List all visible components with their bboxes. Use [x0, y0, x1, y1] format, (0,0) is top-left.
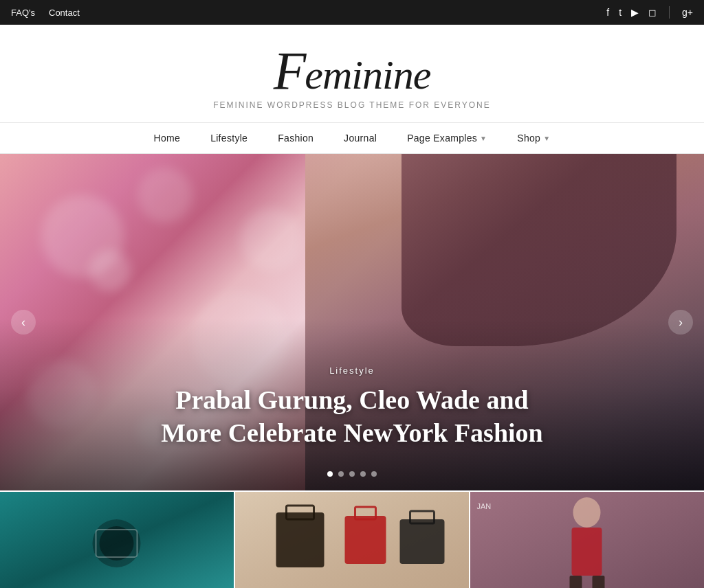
- faqs-link[interactable]: FAQ's: [11, 8, 35, 18]
- google-plus-icon[interactable]: g+: [682, 7, 693, 18]
- youtube-icon[interactable]: ▶: [631, 7, 639, 18]
- main-nav: Home Lifestyle Fashion Journal Page Exam…: [139, 123, 566, 153]
- twitter-icon[interactable]: t: [619, 7, 622, 18]
- site-tagline: Feminine WordPress Blog Theme For Everyo…: [213, 100, 491, 110]
- svg-text:JAN: JAN: [477, 502, 492, 510]
- cards-row: JAN: [0, 492, 704, 588]
- shop-dropdown-icon: ▼: [543, 135, 550, 142]
- hero-prev-button[interactable]: ‹: [11, 310, 36, 335]
- page-examples-dropdown-icon: ▼: [480, 135, 487, 142]
- svg-rect-18: [593, 576, 605, 588]
- bokeh-7: [241, 209, 302, 271]
- svg-rect-11: [400, 519, 445, 564]
- svg-rect-16: [572, 528, 602, 576]
- facebook-icon[interactable]: f: [606, 7, 609, 18]
- hero-dots: [327, 471, 377, 477]
- hero-content: Lifestyle Prabal Gurung, Cleo Wade andMo…: [146, 365, 558, 449]
- contact-link[interactable]: Contact: [49, 8, 80, 18]
- svg-point-3: [100, 526, 134, 561]
- hero-dot-4[interactable]: [360, 471, 366, 477]
- svg-point-15: [573, 497, 601, 528]
- nav-page-examples[interactable]: Page Examples ▼: [392, 123, 502, 153]
- nav-fashion[interactable]: Fashion: [263, 123, 329, 153]
- card-teal[interactable]: [0, 492, 234, 588]
- hero-dot-2[interactable]: [338, 471, 344, 477]
- svg-rect-17: [570, 576, 582, 588]
- hero-category: Lifestyle: [146, 365, 558, 376]
- bokeh-3: [89, 250, 131, 291]
- hero-dot-5[interactable]: [371, 471, 377, 477]
- card-bags[interactable]: [234, 492, 469, 588]
- hero-next-button[interactable]: ›: [668, 310, 693, 335]
- hero-title: Prabal Gurung, Cleo Wade andMore Celebra…: [146, 384, 558, 449]
- top-bar: FAQ's Contact f t ▶ ◻ g+: [0, 0, 704, 25]
- top-bar-links: FAQ's Contact: [11, 8, 80, 18]
- svg-rect-9: [345, 516, 386, 564]
- hero-dot-3[interactable]: [349, 471, 355, 477]
- bokeh-2: [138, 168, 192, 223]
- nav-lifestyle[interactable]: Lifestyle: [195, 123, 263, 153]
- divider: [669, 6, 670, 19]
- card-fashion[interactable]: JAN: [469, 492, 704, 588]
- instagram-icon[interactable]: ◻: [648, 7, 657, 18]
- nav-home[interactable]: Home: [139, 123, 196, 153]
- site-logo[interactable]: Feminine: [274, 44, 431, 98]
- svg-rect-7: [276, 512, 324, 567]
- nav-shop[interactable]: Shop ▼: [502, 123, 565, 153]
- nav-bar: Home Lifestyle Fashion Journal Page Exam…: [0, 122, 704, 154]
- hero-dot-1[interactable]: [327, 471, 333, 477]
- site-header: Feminine Feminine WordPress Blog Theme F…: [0, 25, 704, 122]
- nav-journal[interactable]: Journal: [329, 123, 392, 153]
- social-links: f t ▶ ◻ g+: [606, 6, 693, 19]
- hero-section: Lifestyle Prabal Gurung, Cleo Wade andMo…: [0, 154, 704, 490]
